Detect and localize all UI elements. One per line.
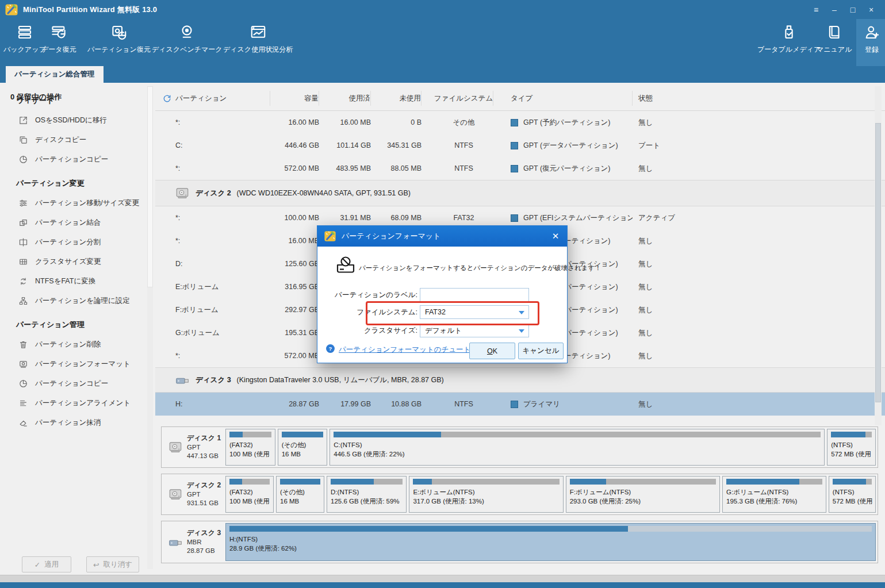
cancel-button[interactable]: キャンセル <box>518 343 564 359</box>
toolbar-backup-button[interactable]: バックアップ <box>3 24 46 55</box>
dialog-close-icon[interactable]: ✕ <box>547 228 564 244</box>
block-label: G:ボリューム(NTFS) <box>726 487 822 497</box>
undo-button[interactable]: ↩取り消す <box>86 556 139 572</box>
type-text: GPT (データパーティション) <box>523 141 618 151</box>
toolbar-manual-button[interactable]: マニュアル <box>817 24 852 55</box>
table-row[interactable]: *:16.00 MB16.00 MB0 Bその他GPT (予約パーティション)無… <box>155 111 885 134</box>
hdd-icon <box>168 440 183 455</box>
tab-strip: パーティション総合管理 <box>0 66 885 83</box>
usage-bar <box>229 526 872 532</box>
partition-label-label: パーティションのラベル: <box>329 290 420 300</box>
disk-map-block[interactable]: D:(NTFS)125.6 GB (使用済: 59% <box>327 476 407 513</box>
disk-map-block[interactable]: (FAT32)100 MB (使用 <box>225 429 275 466</box>
sidebar-item-label: パーティション抹消 <box>35 418 101 428</box>
disk-map-block[interactable]: (FAT32)100 MB (使用 <box>225 476 274 513</box>
cell-capacity: 292.97 GB <box>285 306 319 314</box>
col-used[interactable]: 使用済 <box>349 91 371 106</box>
cell-partition: *: <box>175 118 270 126</box>
sidebar-scrollbar[interactable] <box>147 86 153 569</box>
table-row[interactable]: *:572.00 MB483.95 MB88.05 MBNTFSGPT (復元パ… <box>155 157 885 180</box>
sidebar-item-migrate[interactable]: OSをSSD/HDDに移行 <box>0 110 147 130</box>
disk-map-blocks: (FAT32)100 MB (使用(その他)16 MBC:(NTFS)446.5… <box>225 429 876 466</box>
cell-unused: 68.09 MB <box>390 214 422 222</box>
sidebar-item-logical[interactable]: パーティションを論理に設定 <box>0 291 147 310</box>
toolbar-register-button[interactable]: 登録 <box>856 19 885 66</box>
col-status[interactable]: 状態 <box>633 91 885 106</box>
refresh-icon[interactable] <box>162 94 172 103</box>
col-type[interactable]: タイプ <box>506 91 633 106</box>
toolbar: バックアップデータ復元パーティション復元ディスクベンチマークディスク使用状況分析… <box>0 19 885 66</box>
disk-map-block[interactable]: (NTFS)572 MB (使用 <box>827 429 876 466</box>
disk-map-block[interactable]: (その他)16 MB <box>278 429 328 466</box>
disk-map-block[interactable]: E:ボリューム(NTFS)317.0 GB (使用済: 13%) <box>409 476 563 513</box>
sidebar-item-sliders[interactable]: パーティション移動/サイズ変更 <box>0 193 147 213</box>
table-scrollbar[interactable] <box>875 86 882 425</box>
disk-map-block[interactable]: (NTFS)572 MB (使用 <box>829 476 876 513</box>
disk-map-disk-text: ディスク 2GPT931.51 GB <box>187 481 221 508</box>
toolbar-label: ブータブルメディア <box>757 45 821 55</box>
format-icon <box>18 359 28 369</box>
disk-map-block[interactable]: H:(NTFS)28.9 GB (使用済: 62%) <box>225 523 876 561</box>
minimize-button[interactable]: – <box>826 2 842 17</box>
col-filesystem[interactable]: ファイルシステム <box>434 91 493 106</box>
close-button[interactable]: × <box>863 2 879 17</box>
cell-filesystem: NTFS <box>454 400 473 408</box>
disk3-name: ディスク 3 <box>196 375 231 385</box>
disk-map-disk-label[interactable]: ディスク 2GPT931.51 GB <box>163 476 225 513</box>
sidebar-item-align[interactable]: パーティションアライメント <box>0 393 147 413</box>
type-text: GPT (EFIシステムパーティション) <box>523 213 633 223</box>
sidebar-item-pie[interactable]: パーティションコピー <box>0 149 147 169</box>
hdd-icon <box>175 186 190 201</box>
cell-capacity: 16.00 MB <box>288 237 319 245</box>
toolbar-data-restore-button[interactable]: データ復元 <box>41 24 76 55</box>
disk-map-block[interactable]: (その他)16 MB <box>276 476 324 513</box>
merge-icon <box>18 218 28 228</box>
col-unused[interactable]: 未使用 <box>400 91 422 106</box>
usage-bar-fill <box>334 432 440 437</box>
disk-map-block[interactable]: G:ボリューム(NTFS)195.3 GB (使用済: 76%) <box>722 476 826 513</box>
usage-bar <box>833 479 872 485</box>
disk2-band[interactable]: ディスク 2 (WDC WD10EZEX-08WN4A0 SATA, GPT, … <box>155 180 885 206</box>
disk-map-disk-label[interactable]: ディスク 3MBR28.87 GB <box>163 523 225 561</box>
col-partition[interactable]: パーティション <box>175 91 270 106</box>
window-bottom-edge <box>0 582 885 588</box>
usage-bar-fill <box>229 479 242 485</box>
maximize-button[interactable]: □ <box>845 2 861 17</box>
cell-unused: 88.05 MB <box>390 164 422 172</box>
cluster-size-select[interactable]: デフォルト <box>420 324 529 337</box>
tab-partition-management[interactable]: パーティション総合管理 <box>6 66 104 83</box>
disk-map-disk-label[interactable]: ディスク 1GPT447.13 GB <box>163 429 225 466</box>
partition-label-input[interactable] <box>420 288 529 302</box>
sidebar-item-cluster[interactable]: クラスタサイズ変更 <box>0 252 147 271</box>
col-capacity[interactable]: 容量 <box>304 91 319 106</box>
sidebar-item-split[interactable]: パーティション分割 <box>0 232 147 252</box>
sidebar-item-diskcopy[interactable]: ディスクコピー <box>0 130 147 149</box>
toolbar-part-restore-button[interactable]: パーティション復元 <box>87 24 151 55</box>
table-row[interactable]: H:28.87 GB17.99 GB10.88 GBNTFSプライマリ無し <box>155 393 885 416</box>
sidebar-item-wipe[interactable]: パーティション抹消 <box>0 413 147 432</box>
pie-icon <box>18 155 28 164</box>
cell-partition: H: <box>175 400 270 408</box>
ok-button[interactable]: OK <box>469 343 515 359</box>
pie-icon <box>18 379 28 389</box>
disk3-band[interactable]: ディスク 3 (Kingston DataTraveler 3.0 USB, リ… <box>155 367 885 393</box>
usage-bar <box>570 479 716 485</box>
disk-map-block[interactable]: C:(NTFS)446.5 GB (使用済: 22%) <box>330 429 825 466</box>
sidebar-section-title: パーティション変更 <box>0 169 147 193</box>
apply-button[interactable]: ✓適用 <box>22 556 71 572</box>
type-text: GPT (予約パーティション) <box>523 118 611 128</box>
toolbar-usage-button[interactable]: ディスク使用状況分析 <box>223 24 293 55</box>
toolbar-bootmedia-button[interactable]: ブータブルメディア <box>757 24 821 55</box>
usage-bar-fill <box>831 432 865 437</box>
menu-icon[interactable]: ≡ <box>808 2 824 17</box>
sidebar-item-convert[interactable]: NTFSをFATに変換 <box>0 271 147 291</box>
cell-unused: 345.31 GB <box>387 141 422 149</box>
sidebar-item-pie[interactable]: パーティションコピー <box>0 374 147 393</box>
sidebar-item-merge[interactable]: パーティション結合 <box>0 213 147 232</box>
disk-map-block[interactable]: F:ボリューム(NTFS)293.0 GB (使用済: 25%) <box>566 476 720 513</box>
sidebar-item-format[interactable]: パーティションフォーマット <box>0 354 147 374</box>
filesystem-select[interactable]: FAT32 <box>420 305 529 319</box>
toolbar-benchmark-button[interactable]: ディスクベンチマーク <box>152 24 223 55</box>
table-row[interactable]: C:446.46 GB101.14 GB345.31 GBNTFSGPT (デー… <box>155 134 885 157</box>
sidebar-item-trash[interactable]: パーティション削除 <box>0 335 147 354</box>
